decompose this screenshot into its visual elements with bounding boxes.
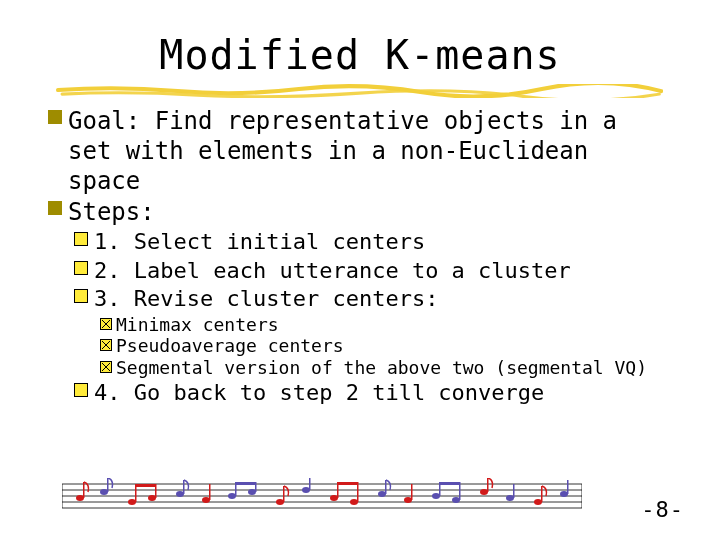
list-item-text: 1. Select initial centers (94, 228, 425, 256)
svg-point-45 (404, 497, 412, 503)
svg-rect-8 (75, 384, 88, 397)
svg-rect-44 (385, 480, 387, 494)
svg-point-38 (330, 495, 338, 501)
svg-rect-42 (337, 482, 358, 485)
list-item-text: Steps: (68, 197, 672, 227)
svg-point-56 (534, 499, 542, 505)
xbox-bullet-icon (100, 339, 112, 351)
svg-rect-46 (411, 484, 413, 500)
list-item: Pseudoaverage centers (100, 335, 672, 357)
bullet-list-lvl2: 1. Select initial centers 2. Label each … (74, 228, 672, 313)
svg-point-49 (452, 497, 460, 503)
music-staff-decoration (62, 478, 582, 512)
svg-point-52 (480, 489, 488, 495)
svg-rect-3 (75, 261, 88, 274)
xbox-bullet-icon (100, 318, 112, 330)
list-item-text: Goal: Find representative objects in a s… (68, 106, 672, 196)
svg-rect-55 (513, 484, 515, 498)
svg-point-27 (202, 497, 210, 503)
checkbox-bullet-icon (74, 261, 88, 275)
page-number: -8- (641, 497, 684, 522)
svg-point-54 (506, 495, 514, 501)
svg-rect-57 (541, 486, 543, 502)
xbox-bullet-icon (100, 361, 112, 373)
slide-title: Modified K-means (48, 32, 672, 78)
svg-rect-33 (235, 482, 256, 485)
svg-rect-4 (75, 290, 88, 303)
svg-point-29 (228, 493, 236, 499)
svg-rect-1 (48, 201, 62, 215)
list-item: 4. Go back to step 2 till converge (74, 379, 672, 407)
list-item: Steps: (48, 197, 672, 227)
svg-point-20 (128, 499, 136, 505)
svg-rect-51 (439, 482, 460, 485)
list-item: 3. Revise cluster centers: (74, 285, 672, 313)
square-bullet-icon (48, 201, 62, 215)
svg-rect-17 (83, 482, 85, 498)
list-item-text: Minimax centers (116, 314, 279, 336)
square-bullet-icon (48, 110, 62, 124)
bullet-list-lvl3: Minimax centers Pseudoaverage centers Se… (100, 314, 672, 379)
bullet-list-lvl2-final: 4. Go back to step 2 till converge (74, 379, 672, 407)
list-item: Segmental version of the above two (segm… (100, 357, 672, 379)
list-item-text: Segmental version of the above two (segm… (116, 357, 647, 379)
list-item-text: 4. Go back to step 2 till converge (94, 379, 544, 407)
svg-rect-2 (75, 233, 88, 246)
svg-point-47 (432, 493, 440, 499)
svg-rect-35 (283, 486, 285, 502)
svg-point-16 (76, 495, 84, 501)
list-item: Goal: Find representative objects in a s… (48, 106, 672, 196)
bullet-list-lvl1: Goal: Find representative objects in a s… (48, 106, 672, 227)
svg-rect-0 (48, 110, 62, 124)
checkbox-bullet-icon (74, 289, 88, 303)
svg-rect-53 (487, 478, 489, 492)
title-underline (56, 84, 664, 94)
list-item-text: Pseudoaverage centers (116, 335, 344, 357)
list-item-text: 2. Label each utterance to a cluster (94, 257, 571, 285)
svg-point-25 (176, 491, 184, 497)
svg-point-31 (248, 489, 256, 495)
svg-point-36 (302, 487, 310, 493)
svg-rect-26 (183, 480, 185, 494)
svg-rect-19 (107, 478, 109, 492)
svg-point-40 (350, 499, 358, 505)
list-item: 2. Label each utterance to a cluster (74, 257, 672, 285)
svg-rect-59 (567, 480, 569, 494)
svg-rect-24 (135, 484, 156, 487)
svg-rect-28 (209, 484, 211, 500)
svg-point-58 (560, 491, 568, 497)
svg-point-18 (100, 489, 108, 495)
svg-point-43 (378, 491, 386, 497)
svg-point-34 (276, 499, 284, 505)
checkbox-bullet-icon (74, 383, 88, 397)
svg-point-22 (148, 495, 156, 501)
list-item: 1. Select initial centers (74, 228, 672, 256)
list-item-text: 3. Revise cluster centers: (94, 285, 438, 313)
checkbox-bullet-icon (74, 232, 88, 246)
svg-rect-37 (309, 478, 311, 490)
list-item: Minimax centers (100, 314, 672, 336)
